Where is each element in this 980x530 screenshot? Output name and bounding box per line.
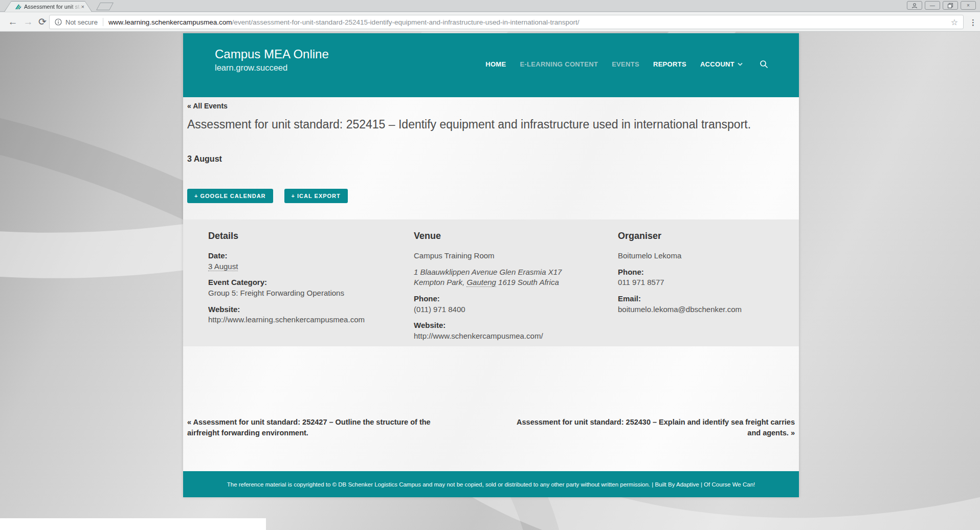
omnibox-divider [103,18,103,26]
forward-icon[interactable]: → [21,15,35,29]
next-event-link[interactable]: Assessment for unit standard: 252430 – E… [516,417,795,438]
footer-copyright: The reference material is copyrighted to… [227,481,755,488]
close-icon[interactable]: × [961,1,976,10]
venue-column: Venue Campus Training Room 1 Blaauwklipp… [414,230,593,347]
profile-icon[interactable] [907,1,922,10]
details-heading: Details [208,230,387,242]
browser-window: Assessment for unit stand × — × [0,0,980,530]
nav-item-account-label: ACCOUNT [700,60,734,68]
organiser-column: Organiser Boitumelo Lekoma Phone: 011 97… [618,230,797,320]
event-meta-box: Details Date: 3 August Event Category: G… [183,219,799,346]
previous-event-link[interactable]: « Assessment for unit standard: 252427 –… [187,417,458,438]
ical-export-button[interactable]: + ICAL EXPORT [284,189,348,203]
restore-icon[interactable] [943,1,958,10]
tab-strip: Assessment for unit stand × — × [0,0,980,12]
venue-heading: Venue [414,230,593,242]
nav-item-home[interactable]: HOME [485,60,506,68]
site-page: Campus MEA Online learn.grow.succeed HOM… [183,33,799,497]
site-tagline: learn.grow.succeed [215,63,329,73]
search-icon[interactable] [760,60,768,69]
organiser-heading: Organiser [618,230,797,242]
organiser-email-link[interactable]: boitumelo.lekoma@dbschenker.com [618,305,742,314]
nav-item-account[interactable]: ACCOUNT [700,60,743,68]
date-value: 3 August [208,262,238,271]
organiser-phone-label: Phone: [618,267,797,278]
venue-website-link[interactable]: http://www.schenkercampusmea.com/ [414,332,543,340]
google-calendar-button[interactable]: + GOOGLE CALENDAR [187,189,273,203]
event-content: « All Events Assessment for unit standar… [183,97,799,471]
chevron-down-icon [738,62,743,66]
venue-address-line2: Kempton Park, Gauteng 1619 South Africa [414,277,593,288]
url-text[interactable]: www.learning.schenkercampusmea.com/event… [108,18,947,26]
window-controls: — × [907,1,976,10]
minimize-icon[interactable]: — [925,1,940,10]
back-icon[interactable]: ← [6,15,19,29]
tab-close-icon[interactable]: × [81,4,84,10]
venue-address: 1 Blaauwklippen Avenue Glen Erasmia X17 … [414,267,593,288]
nav-item-events[interactable]: EVENTS [612,60,639,68]
nav-item-elearning-content[interactable]: E-LEARNING CONTENT [520,60,598,68]
tab-title: Assessment for unit stand [24,4,81,10]
bookmark-star-icon[interactable]: ☆ [951,17,958,27]
security-label: Not secure [65,18,98,26]
site-footer: The reference material is copyrighted to… [183,471,799,497]
venue-phone-value: (011) 971 8400 [414,304,593,315]
organiser-name: Boitumelo Lekoma [618,251,797,261]
site-logo[interactable]: Campus MEA Online learn.grow.succeed [215,47,329,73]
venue-name: Campus Training Room [414,251,593,261]
favicon-icon [15,4,21,10]
details-website-link[interactable]: http://www.learning.schenkercampusmea.co… [208,315,365,324]
main-navigation: HOME E-LEARNING CONTENT EVENTS REPORTS A… [485,60,768,69]
venue-address-line1: 1 Blaauwklippen Avenue Glen Erasmia X17 [414,267,593,278]
venue-postal-country: 1619 South Africa [496,278,559,286]
venue-website-label: Website: [414,320,593,331]
organiser-phone-value: 011 971 8577 [618,277,797,288]
info-icon[interactable] [55,18,62,26]
organiser-email-label: Email: [618,294,797,304]
venue-city: Kempton Park, [414,278,466,286]
browser-toolbar: ← → ⟳ Not secure www.learning.schenkerca… [0,12,980,32]
date-label: Date: [208,251,387,261]
reload-icon[interactable]: ⟳ [36,15,49,29]
venue-region: Gauteng [466,278,496,287]
site-title: Campus MEA Online [215,47,329,61]
details-column: Details Date: 3 August Event Category: G… [208,230,387,331]
event-category-label: Event Category: [208,277,387,288]
nav-item-reports[interactable]: REPORTS [653,60,686,68]
browser-menu-icon[interactable]: ⋮ [969,18,977,27]
url-bar[interactable]: Not secure www.learning.schenkercampusme… [49,15,964,29]
event-title: Assessment for unit standard: 252415 – I… [187,118,775,132]
event-pager: « Assessment for unit standard: 252427 –… [187,417,795,438]
event-category-value[interactable]: Group 5: Freight Forwarding Operations [208,288,387,299]
details-website-label: Website: [208,304,387,315]
site-header: Campus MEA Online learn.grow.succeed HOM… [183,33,799,97]
page-viewport: Campus MEA Online learn.grow.succeed HOM… [0,32,980,530]
venue-phone-label: Phone: [414,294,593,304]
url-domain: www.learning.schenkercampusmea.com [108,18,232,26]
url-path: /event/assessment-for-unit-standard-2524… [232,18,579,26]
all-events-link[interactable]: « All Events [187,102,228,110]
bottom-white-block [0,518,266,530]
new-tab-button[interactable] [96,3,114,10]
calendar-buttons: + GOOGLE CALENDAR + ICAL EXPORT [187,189,348,203]
event-date: 3 August [187,154,222,164]
browser-tab[interactable]: Assessment for unit stand × [4,1,92,12]
